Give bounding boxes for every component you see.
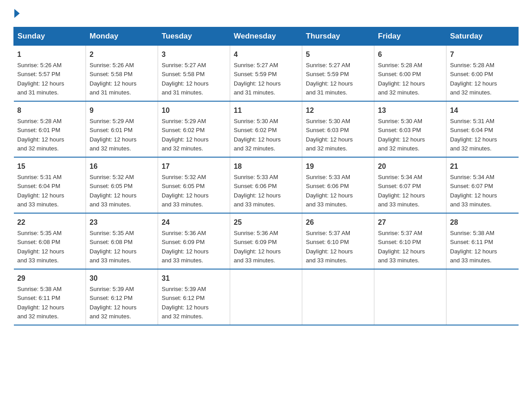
day-info: Sunrise: 5:29 AMSunset: 6:01 PMDaylight:…	[90, 118, 137, 152]
day-number: 31	[162, 273, 226, 284]
calendar-cell: 9Sunrise: 5:29 AMSunset: 6:01 PMDaylight…	[86, 101, 158, 157]
day-number: 25	[234, 217, 298, 228]
day-info: Sunrise: 5:30 AMSunset: 6:03 PMDaylight:…	[378, 118, 425, 152]
calendar-cell: 30Sunrise: 5:39 AMSunset: 6:12 PMDayligh…	[86, 269, 158, 325]
logo	[13, 9, 21, 18]
day-number: 21	[450, 161, 515, 172]
day-info: Sunrise: 5:39 AMSunset: 6:12 PMDaylight:…	[162, 286, 209, 320]
calendar-cell: 14Sunrise: 5:31 AMSunset: 6:04 PMDayligh…	[446, 101, 519, 157]
col-header-saturday: Saturday	[446, 27, 519, 46]
calendar-cell: 20Sunrise: 5:34 AMSunset: 6:07 PMDayligh…	[374, 157, 446, 213]
calendar-cell: 15Sunrise: 5:31 AMSunset: 6:04 PMDayligh…	[14, 157, 86, 213]
logo-arrow-icon	[14, 9, 20, 18]
day-number: 29	[17, 273, 82, 284]
day-number: 19	[306, 161, 370, 172]
day-number: 22	[17, 217, 82, 228]
calendar-body: 1Sunrise: 5:26 AMSunset: 5:57 PMDaylight…	[14, 46, 519, 325]
calendar-cell: 8Sunrise: 5:28 AMSunset: 6:01 PMDaylight…	[14, 101, 86, 157]
day-info: Sunrise: 5:35 AMSunset: 6:08 PMDaylight:…	[17, 230, 64, 264]
page-header	[13, 9, 519, 18]
calendar-cell: 25Sunrise: 5:36 AMSunset: 6:09 PMDayligh…	[230, 213, 302, 269]
calendar-cell: 11Sunrise: 5:30 AMSunset: 6:02 PMDayligh…	[230, 101, 302, 157]
day-info: Sunrise: 5:37 AMSunset: 6:10 PMDaylight:…	[306, 230, 353, 264]
calendar-cell: 12Sunrise: 5:30 AMSunset: 6:03 PMDayligh…	[302, 101, 374, 157]
calendar-cell	[374, 269, 446, 325]
day-info: Sunrise: 5:36 AMSunset: 6:09 PMDaylight:…	[234, 230, 281, 264]
day-number: 24	[162, 217, 226, 228]
calendar-cell	[302, 269, 374, 325]
calendar-cell: 10Sunrise: 5:29 AMSunset: 6:02 PMDayligh…	[158, 101, 230, 157]
day-number: 12	[306, 105, 370, 116]
day-info: Sunrise: 5:26 AMSunset: 5:57 PMDaylight:…	[17, 62, 64, 96]
calendar-cell: 24Sunrise: 5:36 AMSunset: 6:09 PMDayligh…	[158, 213, 230, 269]
day-info: Sunrise: 5:39 AMSunset: 6:12 PMDaylight:…	[90, 286, 137, 320]
day-number: 8	[17, 105, 82, 116]
calendar-cell: 23Sunrise: 5:35 AMSunset: 6:08 PMDayligh…	[86, 213, 158, 269]
day-number: 7	[450, 49, 515, 60]
day-info: Sunrise: 5:27 AMSunset: 5:58 PMDaylight:…	[162, 62, 209, 96]
day-number: 5	[306, 49, 370, 60]
calendar-cell: 4Sunrise: 5:27 AMSunset: 5:59 PMDaylight…	[230, 46, 302, 102]
calendar-cell: 16Sunrise: 5:32 AMSunset: 6:05 PMDayligh…	[86, 157, 158, 213]
day-number: 27	[378, 217, 442, 228]
col-header-tuesday: Tuesday	[158, 27, 230, 46]
calendar-cell: 21Sunrise: 5:34 AMSunset: 6:07 PMDayligh…	[446, 157, 519, 213]
calendar-cell: 5Sunrise: 5:27 AMSunset: 5:59 PMDaylight…	[302, 46, 374, 102]
calendar-cell: 7Sunrise: 5:28 AMSunset: 6:00 PMDaylight…	[446, 46, 519, 102]
day-info: Sunrise: 5:38 AMSunset: 6:11 PMDaylight:…	[450, 230, 497, 264]
calendar-cell: 31Sunrise: 5:39 AMSunset: 6:12 PMDayligh…	[158, 269, 230, 325]
day-info: Sunrise: 5:27 AMSunset: 5:59 PMDaylight:…	[234, 62, 281, 96]
day-info: Sunrise: 5:36 AMSunset: 6:09 PMDaylight:…	[162, 230, 209, 264]
calendar-cell: 17Sunrise: 5:32 AMSunset: 6:05 PMDayligh…	[158, 157, 230, 213]
calendar-cell: 29Sunrise: 5:38 AMSunset: 6:11 PMDayligh…	[14, 269, 86, 325]
day-info: Sunrise: 5:34 AMSunset: 6:07 PMDaylight:…	[450, 174, 497, 208]
day-number: 13	[378, 105, 442, 116]
day-number: 15	[17, 161, 82, 172]
day-info: Sunrise: 5:31 AMSunset: 6:04 PMDaylight:…	[17, 174, 64, 208]
day-number: 11	[234, 105, 298, 116]
day-number: 23	[90, 217, 154, 228]
calendar-cell	[230, 269, 302, 325]
day-number: 4	[234, 49, 298, 60]
calendar-cell: 13Sunrise: 5:30 AMSunset: 6:03 PMDayligh…	[374, 101, 446, 157]
calendar-header-row: SundayMondayTuesdayWednesdayThursdayFrid…	[14, 27, 519, 46]
day-number: 30	[90, 273, 154, 284]
day-info: Sunrise: 5:31 AMSunset: 6:04 PMDaylight:…	[450, 118, 497, 152]
day-number: 20	[378, 161, 442, 172]
day-number: 17	[162, 161, 226, 172]
col-header-friday: Friday	[374, 27, 446, 46]
day-info: Sunrise: 5:26 AMSunset: 5:58 PMDaylight:…	[90, 62, 137, 96]
day-info: Sunrise: 5:27 AMSunset: 5:59 PMDaylight:…	[306, 62, 353, 96]
calendar-cell: 28Sunrise: 5:38 AMSunset: 6:11 PMDayligh…	[446, 213, 519, 269]
day-number: 6	[378, 49, 442, 60]
calendar-week-row: 22Sunrise: 5:35 AMSunset: 6:08 PMDayligh…	[14, 213, 519, 269]
day-info: Sunrise: 5:30 AMSunset: 6:02 PMDaylight:…	[234, 118, 281, 152]
day-info: Sunrise: 5:33 AMSunset: 6:06 PMDaylight:…	[306, 174, 353, 208]
day-info: Sunrise: 5:30 AMSunset: 6:03 PMDaylight:…	[306, 118, 353, 152]
day-number: 9	[90, 105, 154, 116]
day-info: Sunrise: 5:38 AMSunset: 6:11 PMDaylight:…	[17, 286, 64, 320]
day-info: Sunrise: 5:28 AMSunset: 6:01 PMDaylight:…	[17, 118, 64, 152]
calendar-cell: 3Sunrise: 5:27 AMSunset: 5:58 PMDaylight…	[158, 46, 230, 102]
calendar-week-row: 1Sunrise: 5:26 AMSunset: 5:57 PMDaylight…	[14, 46, 519, 102]
day-info: Sunrise: 5:37 AMSunset: 6:10 PMDaylight:…	[378, 230, 425, 264]
calendar-cell: 2Sunrise: 5:26 AMSunset: 5:58 PMDaylight…	[86, 46, 158, 102]
day-info: Sunrise: 5:33 AMSunset: 6:06 PMDaylight:…	[234, 174, 281, 208]
day-info: Sunrise: 5:28 AMSunset: 6:00 PMDaylight:…	[450, 62, 497, 96]
day-info: Sunrise: 5:29 AMSunset: 6:02 PMDaylight:…	[162, 118, 209, 152]
col-header-monday: Monday	[86, 27, 158, 46]
calendar-cell: 22Sunrise: 5:35 AMSunset: 6:08 PMDayligh…	[14, 213, 86, 269]
day-number: 26	[306, 217, 370, 228]
day-info: Sunrise: 5:32 AMSunset: 6:05 PMDaylight:…	[162, 174, 209, 208]
calendar-cell: 18Sunrise: 5:33 AMSunset: 6:06 PMDayligh…	[230, 157, 302, 213]
calendar-week-row: 8Sunrise: 5:28 AMSunset: 6:01 PMDaylight…	[14, 101, 519, 157]
calendar-cell: 6Sunrise: 5:28 AMSunset: 6:00 PMDaylight…	[374, 46, 446, 102]
calendar-cell: 1Sunrise: 5:26 AMSunset: 5:57 PMDaylight…	[14, 46, 86, 102]
day-number: 14	[450, 105, 515, 116]
day-number: 1	[17, 49, 82, 60]
calendar-cell: 27Sunrise: 5:37 AMSunset: 6:10 PMDayligh…	[374, 213, 446, 269]
calendar-week-row: 15Sunrise: 5:31 AMSunset: 6:04 PMDayligh…	[14, 157, 519, 213]
day-info: Sunrise: 5:32 AMSunset: 6:05 PMDaylight:…	[90, 174, 137, 208]
day-number: 3	[162, 49, 226, 60]
day-number: 16	[90, 161, 154, 172]
